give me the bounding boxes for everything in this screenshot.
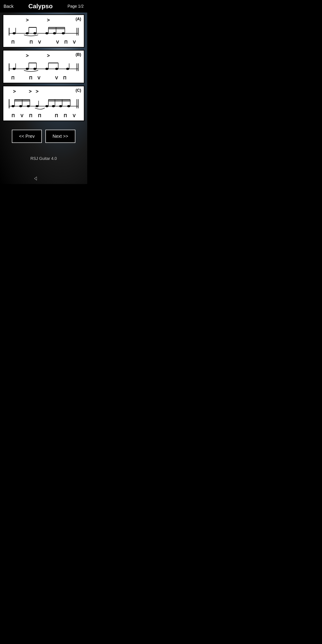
page-title: Calypso bbox=[28, 3, 53, 10]
nav-buttons: << Prev Next >> bbox=[0, 125, 87, 147]
accent-marks-c: > > > bbox=[6, 88, 81, 94]
staff-svg-c bbox=[6, 95, 81, 112]
accent-1a: > bbox=[26, 17, 29, 23]
strum-b4: V bbox=[55, 75, 58, 80]
svg-point-15 bbox=[62, 32, 65, 34]
staff-svg-a bbox=[6, 24, 81, 39]
accent-marks-a: > > bbox=[6, 17, 81, 23]
accent-1b: > bbox=[26, 53, 29, 58]
strum-marks-a: П П V V П V bbox=[6, 39, 81, 45]
prev-button[interactable]: << Prev bbox=[12, 130, 42, 143]
accent-1c: > bbox=[13, 88, 16, 94]
box-label-a: (A) bbox=[76, 17, 81, 22]
staff-svg-b bbox=[6, 59, 81, 74]
strum-c5: П bbox=[55, 113, 58, 118]
strum-a1: П bbox=[12, 40, 14, 45]
strum-a6: V bbox=[73, 40, 76, 45]
footer-text: RSJ Guitar 4.0 bbox=[0, 147, 87, 168]
svg-point-49 bbox=[36, 105, 39, 107]
box-label-b: (B) bbox=[76, 52, 81, 57]
svg-point-11 bbox=[46, 32, 48, 34]
svg-point-35 bbox=[66, 68, 69, 70]
next-button[interactable]: Next >> bbox=[46, 130, 75, 143]
strum-a4: V bbox=[56, 40, 59, 45]
notation-box-a: (A) > > bbox=[3, 14, 84, 48]
page-indicator: Page 1/2 bbox=[68, 4, 84, 9]
svg-point-51 bbox=[46, 105, 48, 107]
svg-point-45 bbox=[27, 105, 30, 107]
notation-box-c: (C) > > > bbox=[3, 86, 84, 121]
strum-marks-b: П П V V П bbox=[6, 74, 81, 80]
strum-c6: П bbox=[64, 113, 67, 118]
android-back-icon[interactable]: ◁ bbox=[33, 175, 38, 181]
strum-c1: П bbox=[12, 113, 15, 118]
app-header: Back Calypso Page 1/2 bbox=[0, 0, 87, 12]
svg-point-53 bbox=[52, 105, 55, 107]
notation-container: (A) > > bbox=[0, 12, 87, 125]
strum-c4: П bbox=[38, 113, 41, 118]
svg-point-41 bbox=[12, 105, 14, 107]
strum-c3: П bbox=[29, 113, 32, 118]
main-content: (A) > > bbox=[0, 12, 87, 168]
accent-2a: > bbox=[47, 17, 50, 23]
svg-point-57 bbox=[67, 105, 70, 107]
svg-point-55 bbox=[59, 105, 62, 107]
strum-a5: П bbox=[64, 40, 68, 45]
strum-c7: V bbox=[73, 113, 76, 118]
notation-box-b: (B) > > bbox=[3, 50, 84, 83]
svg-point-30 bbox=[46, 68, 48, 70]
box-label-c: (C) bbox=[76, 88, 81, 93]
svg-point-13 bbox=[53, 32, 56, 34]
strum-b5: П bbox=[63, 75, 66, 80]
strum-b1: П bbox=[11, 75, 14, 80]
accent-2c: > bbox=[29, 88, 32, 94]
back-button[interactable]: Back bbox=[4, 4, 14, 9]
strum-b2: П bbox=[29, 75, 32, 80]
svg-point-23 bbox=[12, 68, 16, 70]
svg-point-8 bbox=[33, 32, 36, 34]
svg-point-43 bbox=[19, 105, 22, 107]
svg-point-27 bbox=[33, 68, 36, 70]
svg-point-6 bbox=[26, 32, 29, 34]
strum-marks-c: П V П П П П V bbox=[6, 112, 81, 118]
accent-3c: > bbox=[36, 88, 38, 94]
strum-b3: V bbox=[37, 75, 40, 80]
strum-c2: V bbox=[20, 113, 24, 118]
svg-point-4 bbox=[12, 32, 16, 34]
svg-point-25 bbox=[26, 68, 29, 70]
accent-2b: > bbox=[47, 53, 50, 58]
strum-a2: П bbox=[30, 40, 33, 45]
strum-a3: V bbox=[38, 40, 41, 45]
accent-marks-b: > > bbox=[6, 53, 81, 58]
svg-point-32 bbox=[55, 68, 58, 70]
